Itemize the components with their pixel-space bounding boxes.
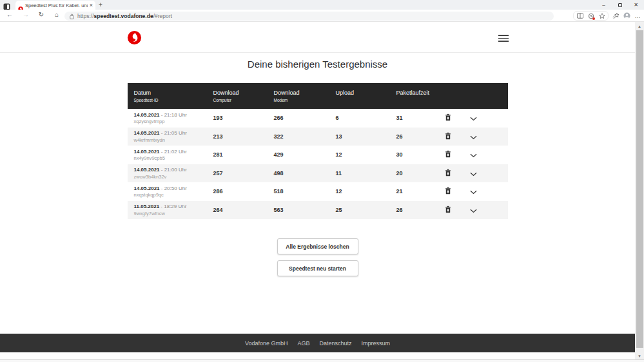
toolbar-right: … [573,11,641,21]
table-row: 14.05.2021 - 21:05 Uhr w4krfmmtxydn 213 … [128,128,508,146]
result-time: - 21:18 Uhr [161,112,187,118]
delete-result-button[interactable] [444,204,453,214]
minimize-button[interactable]: – [596,0,612,10]
download-modem-value: 563 [268,207,329,213]
footer-link[interactable]: Impressum [362,340,391,347]
column-paketlaufzeit: Paketlaufzeit [390,90,435,102]
upload-value: 11 [329,170,390,176]
tab-close-icon[interactable]: × [90,2,93,8]
upload-value: 25 [329,207,390,213]
window-controls: – ✕ [596,0,644,10]
restart-speedtest-button[interactable]: Speedtest neu starten [277,260,358,276]
speedtest-id: 9wxgfy7wfncw [134,211,207,216]
expand-result-button[interactable] [469,171,478,178]
result-date: 11.05.2021 [134,204,160,209]
forward-icon[interactable]: → [21,11,31,18]
expand-result-button[interactable] [469,207,478,214]
home-icon[interactable]: ⌂ [52,11,62,18]
paketlaufzeit-value: 26 [390,133,435,140]
close-window-button[interactable]: ✕ [628,0,644,10]
browser-essentials-icon[interactable] [587,12,594,19]
result-date: 14.05.2021 [134,167,160,173]
delete-result-button[interactable] [444,112,453,122]
page-title: Deine bisherigen Testergebnisse [0,59,635,69]
notification-badge [592,17,595,20]
table-row: 14.05.2021 - 21:18 Uhr xqzysngvfmpp 193 … [128,109,508,128]
download-computer-value: 193 [207,115,268,121]
delete-result-button[interactable] [444,186,453,196]
favorites-icon[interactable] [598,12,605,19]
browser-tab[interactable]: Speedtest Plus für Kabel- und D… × [15,1,95,10]
menu-icon[interactable] [498,35,509,44]
more-menu-icon[interactable]: … [634,12,641,19]
download-computer-value: 264 [207,207,268,213]
table-row: 14.05.2021 - 21:02 Uhr nx4y9nv9cpb5 281 … [128,146,508,164]
delete-result-button[interactable] [444,167,453,178]
page-scrollbar[interactable]: ▲ ▼ [635,22,644,362]
column-datum: DatumSpeedtest-ID [128,90,207,102]
table-header: DatumSpeedtest-ID DownloadComputer Downl… [128,83,508,109]
speedtest-id: w4krfmmtxydn [134,137,207,143]
table-row: 14.05.2021 - 21:00 Uhr zwcw3b4kn32v 257 … [128,164,508,183]
table-row: 14.05.2021 - 20:50 Uhr nxqstqkqp9qc 286 … [128,182,508,201]
result-date: 14.05.2021 [134,149,160,155]
paketlaufzeit-value: 20 [390,170,435,176]
result-time: - 21:02 Uhr [161,149,187,155]
toolbar-icon-group [573,11,609,21]
vodafone-logo[interactable] [127,30,142,45]
download-modem-value: 266 [268,115,329,121]
footer-link[interactable]: Vodafone GmbH [245,340,288,347]
download-modem-value: 429 [268,151,329,158]
refresh-icon[interactable]: ↻ [36,11,46,18]
tab-title: Speedtest Plus für Kabel- und D… [25,3,88,8]
column-download-computer: DownloadComputer [207,90,268,102]
new-tab-button[interactable]: + [99,1,102,8]
expand-result-button[interactable] [469,152,478,159]
tab-actions-menu-icon[interactable] [3,1,10,8]
collections-icon[interactable] [612,12,620,19]
scrollbar-thumb[interactable] [636,30,643,348]
taskbar-sliver [0,359,644,362]
scroll-down-icon[interactable]: ▼ [635,353,644,359]
expand-result-button[interactable] [469,189,478,196]
upload-value: 12 [329,151,390,158]
browser-window: Speedtest Plus für Kabel- und D… × + – ✕… [0,0,644,362]
paketlaufzeit-value: 30 [390,151,435,158]
footer-link[interactable]: Datenschutz [320,340,352,347]
download-computer-value: 281 [207,151,268,158]
result-date: 14.05.2021 [134,112,160,118]
tab-strip: Speedtest Plus für Kabel- und D… × + – ✕ [0,0,644,10]
table-body: 14.05.2021 - 21:18 Uhr xqzysngvfmpp 193 … [128,109,508,219]
split-screen-icon[interactable] [576,12,583,19]
restore-icon [618,3,622,7]
result-date: 14.05.2021 [134,186,160,191]
results-table: DatumSpeedtest-ID DownloadComputer Downl… [128,83,508,219]
column-upload: Upload [329,90,390,102]
restore-button[interactable] [612,0,628,10]
paketlaufzeit-value: 26 [390,207,435,213]
speedtest-id: nxqstqkqp9qc [134,192,207,198]
back-icon[interactable]: ← [5,11,15,18]
url-text: https://speedtest.vodafone.de/#report [77,13,172,19]
result-date: 14.05.2021 [134,130,160,136]
delete-result-button[interactable] [444,131,453,141]
delete-result-button[interactable] [444,149,453,159]
result-time: - 21:00 Uhr [161,167,187,173]
scroll-up-icon[interactable]: ▲ [635,23,644,30]
paketlaufzeit-value: 21 [390,188,435,195]
footer-link[interactable]: AGB [297,340,309,347]
expand-result-button[interactable] [469,115,478,122]
speedtest-id: nx4y9nv9cpb5 [134,155,207,161]
site-header [0,22,635,53]
profile-avatar[interactable] [623,12,630,19]
speedtest-id: xqzysngvfmpp [134,119,207,124]
download-modem-value: 518 [268,188,329,195]
address-bar[interactable]: https://speedtest.vodafone.de/#report [64,12,554,21]
expand-result-button[interactable] [469,134,478,141]
browser-toolbar: ← → ↻ ⌂ https://speedtest.vodafone.de/#r… [0,10,644,22]
delete-all-results-button[interactable]: Alle Ergebnisse löschen [277,238,358,254]
lock-icon [70,10,74,22]
result-time: - 20:50 Uhr [161,186,187,191]
download-computer-value: 213 [207,133,268,140]
upload-value: 13 [329,133,390,140]
